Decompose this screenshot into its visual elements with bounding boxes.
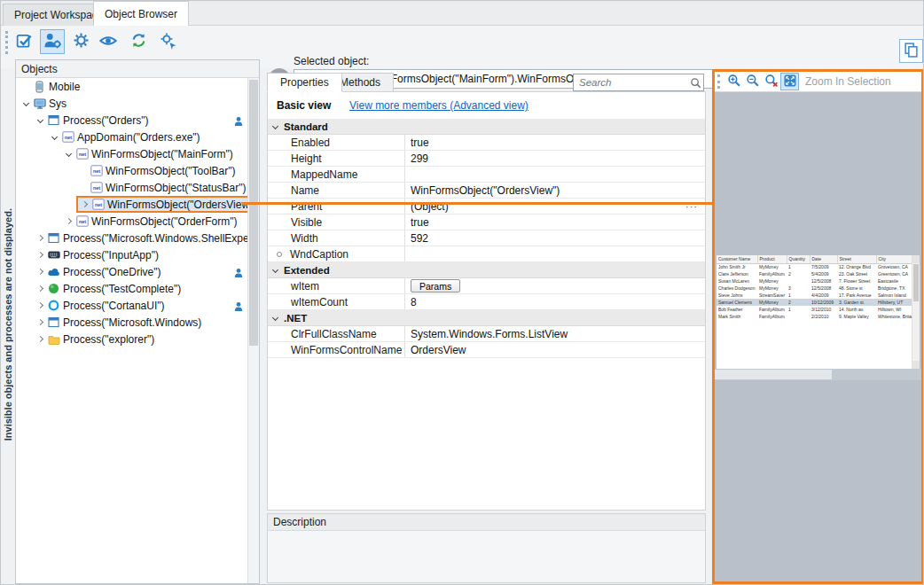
property-row[interactable]: Width592 — [268, 230, 705, 246]
expand-arrow-icon[interactable] — [34, 337, 46, 341]
search-input[interactable] — [573, 74, 704, 91]
preview-cell: StreamSaver — [757, 292, 787, 299]
advanced-view-link[interactable]: View more members (Advanced view) — [349, 99, 529, 112]
preview-column-header: Product — [757, 255, 787, 263]
toolbar-settings-button[interactable] — [68, 29, 93, 54]
preview-cell: Greentown, CA — [876, 270, 912, 277]
section-collapse-icon[interactable] — [272, 123, 278, 129]
section-header-standard[interactable]: Standard — [268, 119, 705, 135]
preview-cell: Samuel Clemens — [716, 299, 757, 306]
tree-item[interactable]: Process("TestComplete") — [16, 280, 247, 297]
preview-row: John Smith JrMyMoney17/5/200912. Orange … — [716, 263, 912, 270]
zoom-out-button[interactable] — [743, 73, 762, 90]
expand-arrow-icon[interactable] — [34, 236, 46, 240]
tree-item[interactable]: Process("Microsoft.Windows.ShellExperien… — [16, 230, 247, 246]
property-row[interactable]: MappedName — [268, 167, 705, 183]
expand-arrow-icon[interactable] — [34, 320, 46, 324]
expand-arrow-icon[interactable] — [34, 286, 46, 291]
expand-arrow-icon[interactable] — [34, 253, 46, 257]
property-row[interactable]: Visibletrue — [268, 214, 705, 230]
objects-scrollbar[interactable] — [247, 78, 259, 583]
property-row[interactable]: ClrFullClassNameSystem.Windows.Forms.Lis… — [268, 326, 705, 342]
tree-item[interactable]: Process("Microsoft.Windows) — [16, 314, 247, 331]
section-header-net[interactable]: .NET — [268, 310, 705, 326]
tree-item-label: WinFormsObject("OrdersView") — [106, 199, 247, 211]
zoom-toolbar: Zoom In Selection — [715, 72, 921, 92]
expand-arrow-icon[interactable] — [34, 303, 46, 308]
zoom-cancel-button[interactable] — [762, 73, 780, 90]
expand-arrow-icon[interactable] — [78, 202, 90, 207]
collapse-arrow-icon[interactable] — [20, 101, 32, 105]
preview-cell: 3 — [787, 285, 810, 292]
tree-item[interactable]: Process("OneDrive") — [16, 263, 247, 280]
toolbar-highlight-button[interactable] — [12, 29, 37, 54]
toolbar-run-spy-button[interactable] — [155, 29, 180, 54]
net-icon: net — [74, 148, 90, 160]
collapse-arrow-icon[interactable] — [34, 118, 46, 122]
toolbar-show-invisible-button[interactable] — [96, 29, 121, 54]
tree-item[interactable]: netWinFormsObject("OrdersView") — [16, 196, 247, 213]
preview-vscrollbar-thumb[interactable] — [913, 264, 919, 301]
objects-scrollbar-thumb[interactable] — [249, 80, 258, 346]
tree-item[interactable]: netWinFormsObject("StatusBar") — [16, 179, 247, 196]
preview-cell — [787, 313, 810, 320]
tree-item[interactable]: Mobile — [16, 78, 247, 95]
preview-cell: MyMoney — [757, 277, 787, 285]
toolbar-object-spy-button[interactable] — [40, 29, 65, 54]
tree-item[interactable]: netAppDomain("Orders.exe") — [16, 129, 247, 145]
copy-selected-object-button[interactable] — [899, 39, 923, 63]
preview-table: Customer NameProductQuantityDateStreetCi… — [716, 255, 912, 320]
expand-arrow-icon[interactable] — [62, 219, 74, 223]
property-row[interactable]: wItemParams — [268, 278, 705, 294]
tree-item[interactable]: Process("CortanaUI") — [16, 297, 247, 314]
property-value: 592 — [411, 232, 700, 245]
zoom-panel: Zoom In Selection Customer NameProductQu… — [712, 69, 924, 584]
collapse-arrow-icon[interactable] — [62, 152, 74, 156]
tab-object-browser[interactable]: Object Browser — [93, 1, 189, 26]
tree-item[interactable]: Process("Orders") — [16, 112, 247, 129]
section-collapse-icon[interactable] — [272, 315, 278, 321]
collapse-arrow-icon[interactable] — [48, 135, 60, 139]
zoom-in-button[interactable] — [724, 73, 743, 90]
tree-item-label: Process("Orders") — [61, 114, 149, 127]
tree-item[interactable]: netWinFormsObject("ToolBar") — [16, 162, 247, 179]
net-icon: net — [89, 165, 104, 176]
expand-arrow-icon[interactable] — [34, 269, 46, 274]
tree-item-label: Process("explorer") — [61, 333, 154, 346]
toolbar-drag-handle[interactable] — [5, 31, 8, 54]
section-collapse-icon[interactable] — [272, 267, 278, 273]
preview-hscrollbar[interactable] — [715, 369, 921, 380]
tab-properties[interactable]: Properties — [267, 73, 342, 92]
zoom-fit-button[interactable] — [780, 73, 799, 90]
property-row[interactable]: NameWinFormsObject("OrdersView") — [268, 183, 705, 199]
params-button[interactable]: Params — [411, 279, 460, 292]
tree-item-label: Sys — [47, 98, 67, 110]
tree-item[interactable]: Process("InputApp") — [16, 246, 247, 263]
tree-item[interactable]: netWinFormsObject("MainForm") — [16, 145, 247, 162]
tree-item-label: Process("TestComplete") — [61, 283, 181, 295]
property-row[interactable]: Enabledtrue — [268, 135, 705, 151]
window-icon — [46, 114, 61, 126]
toolbar-refresh-button[interactable] — [126, 29, 151, 54]
tree-item[interactable]: Sys — [16, 95, 247, 112]
preview-cell: 7. Flower Street — [837, 277, 876, 285]
preview-cell: 2 — [787, 270, 810, 277]
property-row[interactable]: WndCaption — [268, 246, 705, 262]
property-row[interactable]: Parent(Object)··· — [268, 199, 705, 214]
tree-item-label: Process("Microsoft.Windows) — [61, 316, 201, 329]
section-header-extended[interactable]: Extended — [268, 262, 705, 278]
property-row[interactable]: wItemCount8 — [268, 294, 705, 310]
selection-connector-line — [242, 202, 713, 205]
preview-vscrollbar[interactable] — [912, 255, 920, 369]
property-row[interactable]: WinFormsControlNameOrdersView — [268, 342, 705, 358]
scroll-up-arrow-icon[interactable] — [912, 255, 920, 263]
zoom-drag-handle[interactable] — [717, 74, 720, 89]
scroll-down-arrow-icon[interactable] — [912, 361, 920, 369]
preview-cell: Hillsbery, UT — [876, 299, 912, 306]
preview-hscrollbar-thumb[interactable] — [715, 370, 832, 379]
property-row[interactable]: Height299 — [268, 151, 705, 167]
tree-item[interactable]: netWinFormsObject("OrderForm") — [16, 213, 247, 230]
preview-cell: 1 — [787, 292, 810, 299]
tree-item[interactable]: Process("explorer") — [16, 331, 247, 347]
svg-text:net: net — [92, 185, 99, 191]
